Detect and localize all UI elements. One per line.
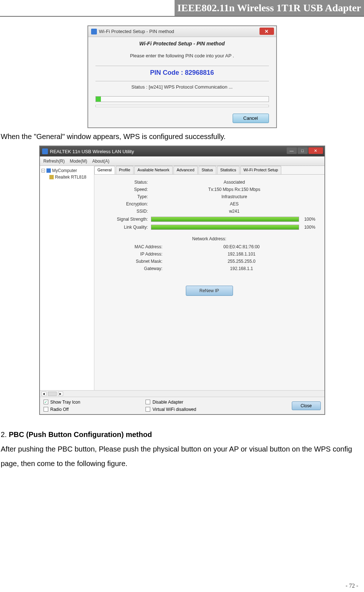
value-status: Associated — [151, 180, 318, 185]
value-ssid: w241 — [151, 209, 318, 214]
disable-adapter-checkbox[interactable]: Disable Adapter — [146, 400, 196, 405]
menu-bar: Refresh(R) Mode(M) About(A) — [40, 156, 324, 166]
maximize-button[interactable]: □ — [298, 147, 308, 154]
label-ip: IP Address: — [115, 252, 163, 257]
virtual-wifi-checkbox[interactable]: Virtual WiFi disallowed — [146, 407, 196, 412]
utility-titlebar: REALTEK 11n USB Wireless LAN Utility — □… — [40, 146, 324, 156]
tab-general[interactable]: General — [94, 166, 115, 174]
wps-dialog-title: Wi-Fi Protected Setup - PIN method — [99, 29, 174, 34]
checkbox-unchecked-icon — [44, 407, 48, 412]
radio-off-label: Radio Off — [50, 407, 69, 412]
tree-toggle[interactable]: − — [41, 169, 45, 172]
device-tree: − MyComputer Realtek RTL818 — [40, 166, 94, 390]
scroll-thumb[interactable] — [48, 392, 57, 396]
wps-progress-fill — [96, 97, 101, 102]
network-address-label: Network Address: — [101, 236, 318, 241]
wps-progress-bar — [95, 96, 269, 102]
disable-adapter-label: Disable Adapter — [152, 400, 183, 405]
virtual-wifi-label: Virtual WiFi disallowed — [152, 407, 196, 412]
label-status: Status: — [101, 180, 148, 185]
signal-strength-bar — [151, 217, 299, 222]
value-subnet: 255.255.255.0 — [165, 259, 318, 264]
page-number: - 72 - — [345, 583, 358, 589]
adapter-icon — [49, 175, 54, 179]
tab-wps[interactable]: Wi-Fi Protect Setup — [240, 166, 281, 174]
utility-icon — [42, 148, 48, 154]
pbc-heading: PBC (Push Button Configuration) method — [9, 430, 152, 438]
label-link-quality: Link Quality: — [101, 225, 148, 230]
value-mac: 00:E0:4C:81:76:00 — [165, 244, 318, 249]
show-tray-checkbox[interactable]: ✓ Show Tray Icon — [44, 400, 81, 405]
minimize-button[interactable]: — — [287, 147, 297, 154]
value-gateway: 192.168.1.1 — [165, 266, 318, 271]
label-subnet: Subnet Mask: — [115, 259, 163, 264]
page-header-title: IEEE802.11n Wireless 1T1R USB Adapter — [175, 0, 364, 16]
wps-pin-code: PIN Code : 82968816 — [95, 69, 269, 77]
value-ip: 192.168.1.101 — [165, 252, 318, 257]
link-quality-pct: 100% — [302, 225, 318, 230]
radio-off-checkbox[interactable]: Radio Off — [44, 407, 81, 412]
tree-child-label[interactable]: Realtek RTL818 — [55, 175, 87, 180]
tab-advanced[interactable]: Advanced — [173, 166, 198, 174]
value-encryption: AES — [151, 201, 318, 207]
value-speed: Tx:150 Mbps Rx:150 Mbps — [151, 187, 318, 192]
wps-subtitle: Wi-Fi Protected Setup - PIN method — [95, 41, 269, 46]
wps-dialog-close-button[interactable]: ✕ — [259, 28, 274, 35]
header-rule — [0, 16, 364, 17]
value-type: Infrastructure — [151, 194, 318, 199]
scroll-right-icon[interactable]: ► — [58, 392, 63, 396]
tab-statistics[interactable]: Statistics — [217, 166, 240, 174]
window-close-button[interactable]: ✕ — [308, 147, 323, 154]
bottom-bar: ✓ Show Tray Icon Radio Off Disable Adapt… — [40, 397, 324, 414]
menu-about[interactable]: About(A) — [92, 159, 109, 164]
wlan-utility-window: REALTEK 11n USB Wireless LAN Utility — □… — [39, 146, 325, 415]
pbc-body: After pushing the PBC button, Please pus… — [1, 445, 352, 468]
horizontal-scrollbar[interactable]: ◄ ► — [40, 390, 324, 397]
tab-available-network[interactable]: Available Network — [134, 166, 173, 174]
wps-instruction: Please enter the following PIN code into… — [95, 53, 269, 58]
tree-root-label[interactable]: MyComputer — [52, 168, 77, 173]
utility-title: REALTEK 11n USB Wireless LAN Utility — [50, 149, 134, 154]
scroll-left-icon[interactable]: ◄ — [41, 392, 46, 396]
close-button[interactable]: Close — [292, 401, 321, 410]
wps-pin-dialog: Wi-Fi Protected Setup - PIN method ✕ Wi-… — [87, 25, 277, 128]
label-speed: Speed: — [101, 187, 148, 192]
show-tray-label: Show Tray Icon — [50, 400, 81, 405]
label-mac: MAC Address: — [115, 244, 163, 249]
tab-bar: General Profile Available Network Advanc… — [94, 166, 324, 175]
cancel-button[interactable]: Cancel — [233, 114, 269, 123]
pbc-lead: 2. — [1, 430, 9, 438]
checkbox-checked-icon: ✓ — [44, 400, 48, 404]
wps-progress-track — [95, 105, 269, 107]
checkbox-unchecked-icon — [146, 407, 150, 412]
tab-profile[interactable]: Profile — [116, 166, 134, 174]
label-signal: Signal Strength: — [101, 217, 148, 222]
general-panel: Status:Associated Speed:Tx:150 Mbps Rx:1… — [94, 175, 324, 299]
menu-refresh[interactable]: Refresh(R) — [44, 159, 65, 164]
menu-mode[interactable]: Mode(M) — [70, 159, 87, 164]
paragraph-pbc: 2. PBC (Push Button Configuration) metho… — [1, 427, 364, 471]
renew-ip-button[interactable]: ReNew IP — [186, 286, 233, 296]
computer-icon — [46, 168, 51, 173]
checkbox-unchecked-icon — [146, 400, 150, 404]
wps-dialog-titlebar: Wi-Fi Protected Setup - PIN method ✕ — [88, 26, 276, 37]
label-encryption: Encryption: — [101, 201, 148, 207]
wps-dialog-icon — [91, 29, 97, 34]
signal-strength-pct: 100% — [302, 217, 318, 222]
label-ssid: SSID: — [101, 209, 148, 214]
label-type: Type: — [101, 194, 148, 199]
tab-status[interactable]: Status — [199, 166, 216, 174]
wps-status-text: Status : [w241] WPS Protocol Communicati… — [95, 84, 269, 90]
paragraph-after-pin: When the "General" window appears, WPS i… — [1, 131, 364, 142]
link-quality-bar — [151, 225, 299, 230]
close-icon: ✕ — [265, 29, 269, 34]
label-gateway: Gateway: — [115, 266, 163, 271]
